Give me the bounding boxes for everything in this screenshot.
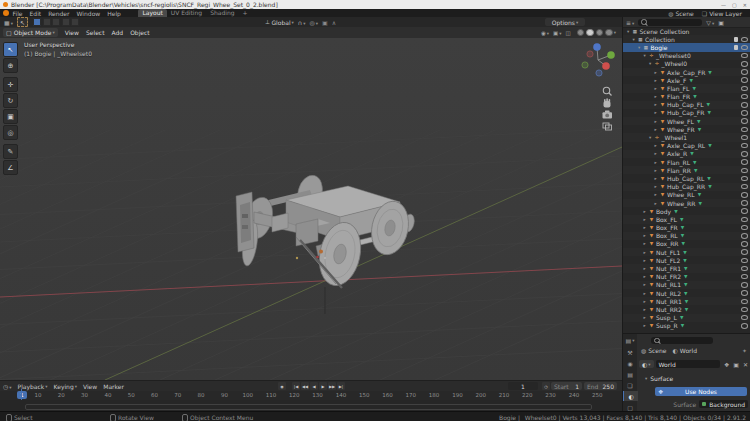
timeline-scrollbar[interactable] — [25, 404, 592, 410]
select-mode-icon[interactable] — [62, 18, 70, 26]
workspace-tab-uv-editing[interactable]: UV Editing — [167, 9, 206, 17]
playback-button[interactable]: ▶ — [319, 382, 327, 390]
outliner-row[interactable]: ▸▼Flan_RL▼ — [623, 158, 750, 166]
editor-type-icon[interactable]: ▦▾ — [4, 19, 13, 26]
outliner-row[interactable]: ▾✛_Wheel0 — [623, 60, 750, 68]
menu-view[interactable]: View — [65, 29, 79, 36]
nav-gizmo[interactable] — [582, 43, 615, 76]
camera-view-icon[interactable] — [603, 111, 613, 119]
auto-keying-button[interactable]: ◉ — [278, 382, 286, 390]
timeline-editor-icon[interactable]: ◷▾ — [3, 383, 12, 390]
outliner-row[interactable]: ▸▼Nut_RR1▼ — [623, 297, 750, 305]
select-box-tool[interactable]: ↖ — [3, 42, 18, 57]
outliner-row[interactable]: ▸▼Nut_RL1▼ — [623, 281, 750, 289]
outliner-row[interactable]: ▸▼Whee_RR▼ — [623, 199, 750, 207]
playback-button[interactable]: ▶| — [337, 382, 345, 390]
menu-marker[interactable]: Marker — [103, 383, 124, 390]
hide-eye-icon[interactable] — [741, 53, 748, 59]
axis-y-ball[interactable] — [607, 51, 615, 59]
outliner-row[interactable]: ▾▦Bogie — [623, 43, 750, 51]
world-name-field[interactable]: World — [656, 360, 720, 368]
properties-editor-icon[interactable]: ▤▾ — [623, 335, 637, 345]
snap-magnet-icon[interactable]: ∩▾ — [298, 19, 306, 26]
select-mode-icon[interactable] — [52, 18, 60, 26]
hide-eye-icon[interactable] — [741, 249, 748, 255]
playback-button[interactable]: ◀ — [310, 382, 318, 390]
exclude-checkbox[interactable] — [734, 45, 739, 50]
hide-eye-icon[interactable] — [741, 282, 748, 288]
outliner-row[interactable]: ▸▼Axle_Cap_FR▼ — [623, 68, 750, 76]
outliner-row[interactable]: ▸▼Hub_Cap_RL▼ — [623, 174, 750, 182]
outliner-row[interactable]: ▸▼Flan_RR▼ — [623, 166, 750, 174]
outliner-row[interactable]: ▸▼Flan_FL▼ — [623, 84, 750, 92]
hide-eye-icon[interactable] — [741, 299, 748, 305]
blender-menu-icon[interactable] — [3, 10, 9, 16]
axis-y-neg-ball[interactable] — [582, 62, 588, 68]
playback-button[interactable]: ▶▶ — [328, 382, 336, 390]
outliner-row[interactable]: ▸▼Whee_RL▼ — [623, 191, 750, 199]
hide-eye-icon[interactable] — [741, 127, 748, 133]
hide-eye-icon[interactable] — [741, 266, 748, 272]
scene-selector[interactable]: ◍ Scene — [668, 10, 694, 17]
hide-eye-icon[interactable] — [741, 45, 748, 51]
outliner-display-mode-icon[interactable]: ≡▾ — [626, 19, 634, 26]
close-button[interactable]: ✕ — [743, 2, 747, 8]
annotate-tool[interactable]: ✎ — [3, 144, 18, 159]
render-icon[interactable]: ◉ — [623, 358, 637, 368]
world-icon[interactable]: ◐ — [623, 391, 638, 401]
menu-render[interactable]: Render — [48, 10, 69, 17]
output-icon[interactable]: ▤ — [623, 369, 637, 379]
hide-eye-icon[interactable] — [741, 102, 748, 108]
select-mode-icon[interactable] — [43, 18, 51, 26]
axis-x-neg-ball[interactable] — [587, 51, 593, 57]
playback-button[interactable]: |◀ — [292, 382, 300, 390]
hide-eye-icon[interactable] — [741, 192, 748, 198]
solid-shading-icon[interactable] — [586, 29, 594, 37]
outliner-search-input[interactable] — [638, 19, 702, 26]
exclude-checkbox[interactable] — [734, 37, 739, 42]
outliner-row[interactable]: ▸▼Susp_R▼ — [623, 322, 750, 330]
hide-eye-icon[interactable] — [741, 208, 748, 214]
hide-eye-icon[interactable] — [741, 315, 748, 321]
outliner-row[interactable]: ▸▼Whee_FR▼ — [623, 125, 750, 133]
outliner-row[interactable]: ▸▼Hub_Cap_RR▼ — [623, 183, 750, 191]
hide-eye-icon[interactable] — [741, 37, 748, 43]
hide-eye-icon[interactable] — [741, 184, 748, 190]
rotate-tool[interactable]: ↻ — [3, 93, 18, 108]
playhead[interactable]: 1 — [17, 391, 27, 399]
minimize-button[interactable]: — — [721, 2, 726, 8]
transform-tool[interactable]: ◎ — [3, 125, 18, 140]
scale-tool[interactable]: ▣ — [3, 109, 18, 124]
hide-eye-icon[interactable] — [741, 233, 748, 239]
cursor-tool[interactable]: ⊕ — [3, 58, 18, 73]
3d-viewport[interactable]: User Perspective (1) Bogie | _Wheelset0 … — [0, 38, 622, 380]
hide-eye-icon[interactable] — [741, 159, 748, 165]
workspace-tab-shading[interactable]: Shading — [206, 9, 238, 17]
transform-orientation-dropdown[interactable]: ⟂ Global▾ — [265, 18, 293, 26]
active-tool-button[interactable]: ↖ — [17, 17, 28, 27]
menu-object[interactable]: Object — [130, 29, 150, 36]
browse-world-dropdown[interactable]: ◐▾ — [639, 360, 654, 368]
menu-keying[interactable]: Keying — [54, 383, 74, 390]
preview-range-clock-icon[interactable]: ◷ — [542, 382, 550, 390]
hide-eye-icon[interactable] — [741, 143, 748, 149]
overlay-icon[interactable]: ▣ — [322, 19, 328, 26]
surface-panel-header[interactable]: ▾ Surface — [637, 375, 750, 382]
outliner-row[interactable]: ▾✛_Wheelset0 — [623, 52, 750, 60]
hide-eye-icon[interactable] — [741, 200, 748, 206]
hide-eye-icon[interactable] — [741, 61, 748, 67]
outliner-row[interactable]: ▸▼Axle_R▼ — [623, 150, 750, 158]
pan-hand-icon[interactable] — [604, 98, 611, 107]
properties-search-input[interactable] — [651, 337, 713, 344]
zoom-icon[interactable] — [603, 87, 611, 95]
filter-funnel-icon[interactable]: ▽▾ — [706, 19, 714, 26]
rendered-shading-icon[interactable] — [605, 29, 613, 37]
material-shading-icon[interactable] — [596, 29, 604, 37]
hide-eye-icon[interactable] — [741, 135, 748, 141]
workspace-tab-layout[interactable]: Layout — [138, 9, 166, 17]
outliner-row[interactable]: ▸▼Box_RL▼ — [623, 232, 750, 240]
outliner-row[interactable]: ▸▼Hub_Cap_FL▼ — [623, 101, 750, 109]
outliner-row[interactable]: ▸▼Nut_RL2▼ — [623, 289, 750, 297]
menu-edit[interactable]: Edit — [30, 10, 42, 17]
wireframe-shading-icon[interactable] — [577, 29, 585, 37]
